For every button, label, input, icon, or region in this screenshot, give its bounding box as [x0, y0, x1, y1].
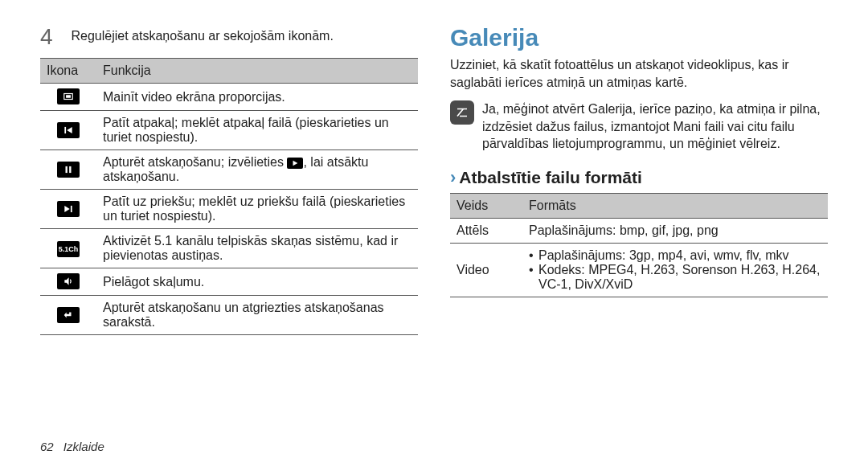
- svg-marker-6: [293, 160, 298, 166]
- footer-section: Izklaide: [63, 440, 104, 453]
- func-text: Mainīt video ekrāna proporcijas.: [96, 84, 418, 111]
- svg-marker-3: [67, 126, 72, 133]
- svg-rect-5: [69, 166, 71, 172]
- note-icon: [450, 100, 474, 125]
- svg-rect-4: [66, 166, 68, 172]
- table-row: Patīt uz priekšu; meklēt uz priekšu fail…: [40, 190, 418, 229]
- fmt-type: Video: [450, 243, 522, 297]
- left-column: 4 Regulējiet atskaņošanu ar sekojošām ik…: [40, 24, 418, 335]
- svg-marker-7: [64, 205, 69, 211]
- table-row: Apturēt atskaņošanu un atgriezties atska…: [40, 296, 418, 335]
- table-row: Mainīt video ekrāna proporcijas.: [40, 84, 418, 111]
- aspect-ratio-icon: [57, 88, 80, 104]
- pause-icon: [57, 162, 80, 178]
- page-number: 62: [40, 440, 54, 453]
- table-row: Apturēt atskaņošanu; izvēlieties , lai a…: [40, 150, 418, 190]
- svg-marker-9: [64, 277, 68, 285]
- func-text: Pielāgot skaļumu.: [96, 268, 418, 296]
- note-text: Ja, mēģinot atvērt Galerija, ierīce pazi…: [482, 100, 828, 153]
- func-text: Aktivizēt 5.1 kanālu telpiskās skaņas si…: [96, 229, 418, 268]
- footer: 62 Izklaide: [40, 440, 104, 453]
- table-row: Video Paplašinājums: 3gp, mp4, avi, wmv,…: [450, 243, 828, 297]
- play-icon: [287, 158, 303, 169]
- right-column: Galerija Uzziniet, kā skatīt fotoattēlus…: [450, 24, 828, 335]
- table-row: Attēls Paplašinājums: bmp, gif, jpg, png: [450, 218, 828, 243]
- sub-title: ›Atbalstītie failu formāti: [450, 167, 828, 188]
- table-row: 5.1Ch Aktivizēt 5.1 kanālu telpiskās ska…: [40, 229, 418, 268]
- table-row: Patīt atpakaļ; meklēt atpakaļ failā (pie…: [40, 111, 418, 150]
- fmt-header-type: Veids: [450, 193, 522, 218]
- fmt-value: Paplašinājums: bmp, gif, jpg, png: [522, 218, 828, 243]
- chevron-right-icon: ›: [450, 167, 456, 187]
- step-number: 4: [40, 24, 63, 50]
- icon-table-header-icon: Ikona: [40, 59, 96, 84]
- svg-rect-8: [71, 205, 72, 211]
- step-row: 4 Regulējiet atskaņošanu ar sekojošām ik…: [40, 24, 418, 50]
- icon-table-header-func: Funkcija: [96, 59, 418, 84]
- back-icon: [57, 307, 80, 323]
- icon-function-table: Ikona Funkcija Mainīt video ekrāna propo…: [40, 58, 418, 335]
- table-row: Pielāgot skaļumu.: [40, 268, 418, 296]
- section-title: Galerija: [450, 24, 828, 51]
- fmt-value: Paplašinājums: 3gp, mp4, avi, wmv, flv, …: [522, 243, 828, 297]
- surround-51-icon: 5.1Ch: [57, 241, 80, 257]
- volume-icon: [57, 273, 80, 289]
- skip-next-icon: [57, 201, 80, 217]
- func-text: Patīt uz priekšu; meklēt uz priekšu fail…: [96, 190, 418, 229]
- func-text: Apturēt atskaņošanu un atgriezties atska…: [96, 296, 418, 335]
- intro-paragraph: Uzziniet, kā skatīt fotoattēlus un atska…: [450, 56, 828, 91]
- svg-rect-2: [64, 126, 66, 133]
- func-text: Apturēt atskaņošanu; izvēlieties , lai a…: [96, 150, 418, 190]
- skip-previous-icon: [57, 122, 80, 138]
- svg-rect-1: [66, 95, 71, 98]
- func-text: Patīt atpakaļ; meklēt atpakaļ failā (pie…: [96, 111, 418, 150]
- fmt-header-format: Formāts: [522, 193, 828, 218]
- fmt-type: Attēls: [450, 218, 522, 243]
- format-table: Veids Formāts Attēls Paplašinājums: bmp,…: [450, 193, 828, 297]
- note-block: Ja, mēģinot atvērt Galerija, ierīce pazi…: [450, 100, 828, 153]
- step-text: Regulējiet atskaņošanu ar sekojošām ikon…: [71, 24, 333, 43]
